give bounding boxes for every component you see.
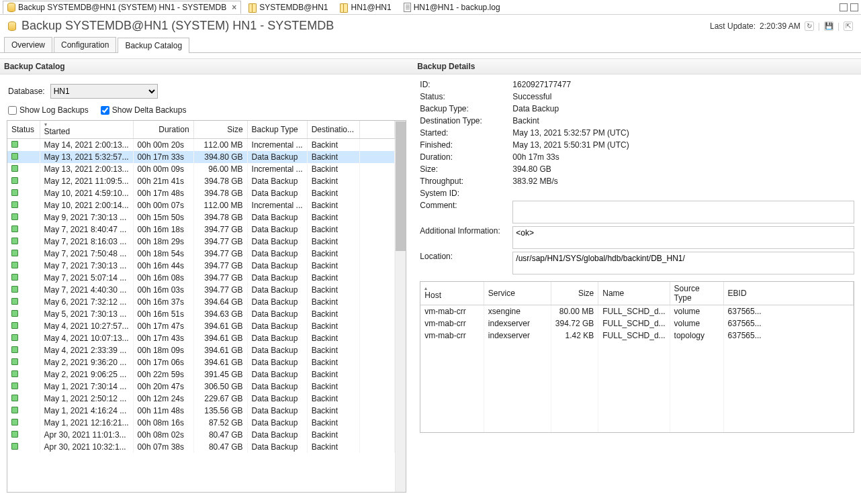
cell-started: May 1, 2021 4:16:24 ... — [40, 405, 133, 417]
status-success-icon — [11, 395, 18, 401]
close-icon[interactable]: × — [232, 3, 236, 12]
cell-started: Apr 30, 2021 11:01:3... — [40, 429, 133, 441]
catalog-row[interactable]: May 4, 2021 2:33:39 ...00h 18m 09s394.61… — [7, 344, 395, 356]
open-external-icon[interactable]: ⇱ — [844, 21, 853, 31]
cell-dest: Backint — [307, 429, 359, 441]
cell-started: May 7, 2021 7:30:13 ... — [40, 260, 133, 272]
catalog-row[interactable]: May 2, 2021 9:36:20 ...00h 17m 06s394.61… — [7, 356, 395, 368]
catalog-row[interactable]: May 7, 2021 5:07:14 ...00h 16m 08s394.77… — [7, 272, 395, 284]
catalog-row[interactable]: May 2, 2021 9:06:25 ...00h 22m 59s391.45… — [7, 368, 395, 381]
catalog-row[interactable]: May 9, 2021 7:30:13 ...00h 15m 50s394.78… — [7, 211, 395, 223]
col-started[interactable]: ▾ Started — [40, 121, 133, 139]
show-delta-backups-checkbox[interactable]: Show Delta Backups — [101, 105, 187, 115]
last-update-value: 2:20:39 AM — [760, 21, 801, 31]
col-destination[interactable]: Destinatio... — [307, 121, 359, 139]
service-row[interactable]: vm-mab-crrindexserver1.42 KBFULL_SCHD_d.… — [420, 330, 853, 342]
maximize-editor-icon[interactable] — [850, 3, 858, 11]
catalog-row[interactable]: May 7, 2021 8:40:47 ...00h 16m 18s394.77… — [7, 223, 395, 236]
backup-icon — [8, 21, 16, 31]
catalog-row[interactable]: May 4, 2021 10:07:13...00h 17m 43s394.61… — [7, 332, 395, 344]
catalog-row[interactable]: Apr 30, 2021 10:32:1...00h 07m 38s80.47 … — [7, 441, 395, 453]
cell-host: vm-mab-crr — [420, 305, 484, 318]
service-row[interactable]: vm-mab-crrindexserver394.72 GBFULL_SCHD_… — [420, 317, 853, 330]
tab-configuration[interactable]: Configuration — [54, 37, 116, 52]
duration-label: Duration: — [420, 152, 508, 162]
cell-type: Data Backup — [247, 151, 307, 163]
cell-size: 394.78 GB — [193, 187, 247, 199]
location-field: /usr/sap/HN1/SYS/global/hdb/backint/DB_H… — [512, 252, 854, 274]
editor-tab[interactable]: SYSTEMDB@HN1 — [244, 1, 332, 14]
editor-tab[interactable]: HN1@HN1 — [335, 1, 396, 14]
throughput-value: 383.92 MB/s — [512, 177, 854, 186]
catalog-row[interactable]: May 10, 2021 4:59:10...00h 17m 48s394.78… — [7, 187, 395, 199]
backup-type-value: Data Backup — [512, 104, 854, 113]
catalog-row[interactable]: May 7, 2021 7:30:13 ...00h 16m 44s394.77… — [7, 260, 395, 272]
save-icon[interactable]: 💾 — [824, 21, 833, 31]
cell-size: 394.77 GB — [193, 284, 247, 296]
show-log-backups-checkbox[interactable]: Show Log Backups — [8, 105, 89, 115]
cell-duration: 00h 22m 59s — [133, 368, 193, 381]
catalog-row[interactable]: May 6, 2021 7:32:12 ...00h 16m 37s394.64… — [7, 296, 395, 308]
catalog-row[interactable]: May 1, 2021 4:16:24 ...00h 11m 48s135.56… — [7, 405, 395, 417]
cell-dest: Backint — [307, 163, 359, 175]
cell-size: 394.80 GB — [193, 151, 247, 163]
cell-duration: 00h 16m 37s — [133, 296, 193, 308]
refresh-icon[interactable]: ↻ — [805, 21, 814, 31]
cell-duration: 00h 07m 38s — [133, 441, 193, 453]
cell-size: 394.61 GB — [193, 332, 247, 344]
cell-name: FULL_SCHD_d... — [598, 305, 670, 318]
editor-tab[interactable]: HN1@HN1 - backup.log — [399, 1, 505, 14]
editor-tab[interactable]: Backup SYSTEMDB@HN1 (SYSTEM) HN1 - SYSTE… — [3, 1, 241, 14]
cell-size: 394.77 GB — [193, 272, 247, 284]
cell-dest: Backint — [307, 260, 359, 272]
comment-field[interactable] — [512, 201, 854, 223]
catalog-row[interactable]: May 10, 2021 2:00:14...00h 00m 07s112.00… — [7, 199, 395, 211]
catalog-row[interactable]: May 13, 2021 2:00:13...00h 00m 09s96.00 … — [7, 163, 395, 175]
tab-backup-catalog[interactable]: Backup Catalog — [118, 38, 189, 53]
status-success-icon — [11, 165, 18, 172]
catalog-row[interactable]: May 13, 2021 5:32:57...00h 17m 33s394.80… — [7, 151, 395, 163]
catalog-row[interactable]: May 7, 2021 8:16:03 ...00h 18m 29s394.77… — [7, 236, 395, 248]
status-success-icon — [11, 250, 18, 256]
cell-name: FULL_SCHD_d... — [598, 330, 670, 342]
catalog-row[interactable]: May 12, 2021 11:09:5...00h 21m 41s394.78… — [7, 175, 395, 187]
tab-overview[interactable]: Overview — [4, 37, 52, 52]
col-status[interactable]: Status — [7, 121, 40, 139]
col-name[interactable]: Name — [598, 282, 670, 305]
destination-type-value: Backint — [512, 116, 854, 125]
col-source-type[interactable]: Source Type — [670, 282, 723, 305]
separator: | — [818, 21, 820, 31]
status-success-icon — [11, 443, 18, 450]
minimize-editor-icon[interactable] — [840, 3, 848, 11]
col-service[interactable]: Service — [484, 282, 551, 305]
cell-duration: 00h 16m 18s — [133, 223, 193, 236]
cell-type: Data Backup — [247, 381, 307, 393]
catalog-scrollbar[interactable] — [396, 121, 406, 492]
catalog-row[interactable]: May 4, 2021 10:27:57...00h 17m 47s394.61… — [7, 320, 395, 332]
catalog-row[interactable]: May 1, 2021 7:30:14 ...00h 20m 47s306.50… — [7, 381, 395, 393]
catalog-row[interactable]: May 14, 2021 2:00:13...00h 00m 20s112.00… — [7, 139, 395, 152]
cell-dest: Backint — [307, 381, 359, 393]
col-backup-type[interactable]: Backup Type — [247, 121, 307, 139]
status-success-icon — [11, 153, 18, 160]
catalog-row[interactable]: May 1, 2021 12:16:21...00h 08m 16s87.52 … — [7, 417, 395, 429]
catalog-row[interactable]: Apr 30, 2021 11:01:3...00h 08m 02s80.47 … — [7, 429, 395, 441]
col-svc-size[interactable]: Size — [551, 282, 598, 305]
col-duration[interactable]: Duration — [133, 121, 193, 139]
service-row[interactable]: vm-mab-crrxsengine80.00 MBFULL_SCHD_d...… — [420, 305, 853, 318]
col-host[interactable]: ▴ Host — [420, 282, 484, 305]
cell-size: 394.64 GB — [193, 296, 247, 308]
catalog-row[interactable]: May 7, 2021 7:50:48 ...00h 18m 54s394.77… — [7, 248, 395, 260]
status-success-icon — [11, 262, 18, 268]
service-row-empty — [420, 378, 853, 390]
catalog-row[interactable]: May 1, 2021 2:50:12 ...00h 12m 24s229.67… — [7, 393, 395, 405]
cell-started: May 1, 2021 12:16:21... — [40, 417, 133, 429]
col-ebid[interactable]: EBID — [723, 282, 853, 305]
cell-svc-size: 394.72 GB — [551, 317, 598, 330]
col-size[interactable]: Size — [193, 121, 247, 139]
additional-info-field: <ok> — [512, 226, 854, 249]
cell-type: Data Backup — [247, 417, 307, 429]
catalog-row[interactable]: May 7, 2021 4:40:30 ...00h 16m 03s394.77… — [7, 284, 395, 296]
catalog-row[interactable]: May 5, 2021 7:30:13 ...00h 16m 51s394.63… — [7, 308, 395, 320]
database-select[interactable]: HN1 — [50, 84, 158, 99]
